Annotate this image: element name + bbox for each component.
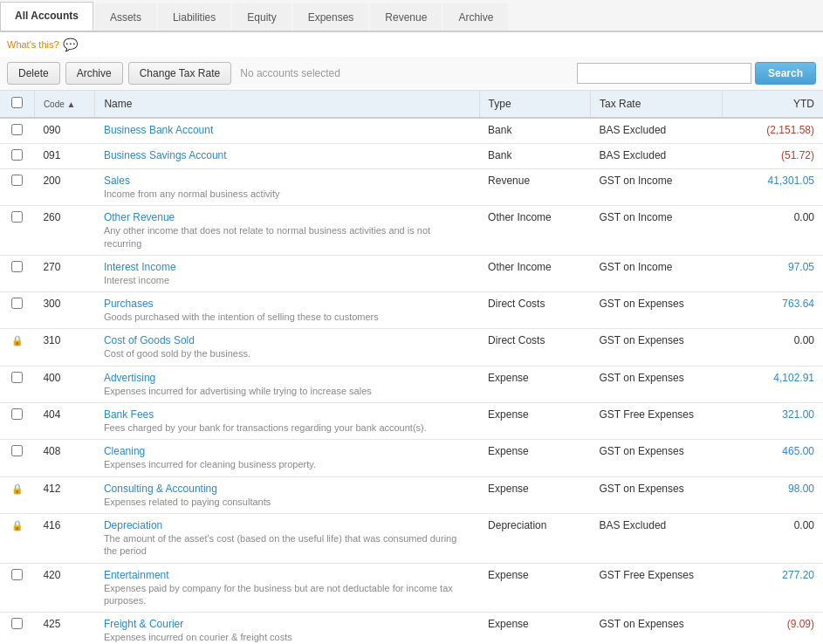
search-button[interactable]: Search bbox=[755, 62, 816, 85]
account-desc: Expenses incurred for advertising while … bbox=[104, 385, 470, 397]
row-type: Revenue bbox=[479, 169, 590, 206]
row-check-cell bbox=[0, 403, 34, 440]
header-ytd: YTD bbox=[722, 91, 823, 118]
header-code[interactable]: Code ▲ bbox=[34, 91, 95, 118]
account-name-link[interactable]: Depreciation bbox=[104, 519, 162, 531]
row-check-cell bbox=[0, 255, 34, 291]
row-ytd: (2,151.58) bbox=[722, 118, 823, 144]
lock-icon: 🔒 bbox=[11, 483, 24, 494]
row-checkbox[interactable] bbox=[11, 445, 23, 456]
row-ytd: 277.20 bbox=[722, 563, 823, 613]
delete-button[interactable]: Delete bbox=[7, 62, 60, 85]
account-desc: Interest income bbox=[104, 274, 470, 286]
account-desc: Expenses incurred for cleaning business … bbox=[104, 458, 470, 470]
row-name-cell: Other RevenueAny other income that does … bbox=[95, 206, 479, 256]
row-checkbox[interactable] bbox=[11, 298, 23, 309]
row-type: Other Income bbox=[479, 255, 590, 291]
row-ytd: 4,102.91 bbox=[722, 366, 823, 402]
tab-all-accounts[interactable]: All Accounts bbox=[0, 2, 93, 31]
account-name-link[interactable]: Business Savings Account bbox=[104, 149, 227, 161]
row-ytd: 465.00 bbox=[722, 440, 823, 476]
account-name-link[interactable]: Sales bbox=[104, 175, 130, 187]
tab-expenses[interactable]: Expenses bbox=[293, 3, 369, 31]
row-name-cell: CleaningExpenses incurred for cleaning b… bbox=[95, 440, 479, 476]
account-name-link[interactable]: Cleaning bbox=[104, 445, 145, 457]
row-tax-rate: BAS Excluded bbox=[591, 144, 723, 169]
row-code: 200 bbox=[34, 169, 95, 206]
archive-button[interactable]: Archive bbox=[65, 62, 123, 85]
row-checkbox[interactable] bbox=[11, 211, 23, 223]
row-checkbox[interactable] bbox=[11, 618, 23, 629]
row-tax-rate: GST on Income bbox=[591, 206, 723, 256]
row-checkbox[interactable] bbox=[11, 408, 23, 420]
account-name-link[interactable]: Consulting & Accounting bbox=[104, 483, 217, 495]
table-row: 300PurchasesGoods purchased with the int… bbox=[0, 292, 823, 329]
row-code: 425 bbox=[34, 613, 95, 644]
account-desc: Expenses incurred on courier & freight c… bbox=[104, 631, 470, 643]
account-desc: Any other income that does not relate to… bbox=[104, 224, 470, 250]
account-name-link[interactable]: Advertising bbox=[104, 372, 155, 384]
row-tax-rate: BAS Excluded bbox=[591, 513, 723, 563]
tab-revenue[interactable]: Revenue bbox=[370, 3, 442, 31]
row-ytd: 321.00 bbox=[722, 403, 823, 440]
account-desc: Fees charged by your bank for transactio… bbox=[104, 421, 470, 434]
row-code: 400 bbox=[34, 366, 95, 402]
select-all-checkbox[interactable] bbox=[11, 97, 23, 108]
row-type: Expense bbox=[479, 366, 590, 402]
account-name-link[interactable]: Interest Income bbox=[104, 261, 176, 273]
row-checkbox[interactable] bbox=[11, 124, 23, 135]
table-row: 091Business Savings AccountBankBAS Exclu… bbox=[0, 144, 823, 169]
account-name-link[interactable]: Entertainment bbox=[104, 569, 169, 581]
row-code: 420 bbox=[34, 563, 95, 613]
header-tax-rate: Tax Rate bbox=[591, 91, 723, 118]
row-check-cell bbox=[0, 366, 34, 402]
row-name-cell: Consulting & AccountingExpenses related … bbox=[95, 476, 479, 513]
row-ytd: 0.00 bbox=[722, 206, 823, 256]
account-name-link[interactable]: Purchases bbox=[104, 298, 154, 310]
row-tax-rate: BAS Excluded bbox=[591, 118, 723, 144]
row-checkbox[interactable] bbox=[11, 175, 23, 186]
row-checkbox[interactable] bbox=[11, 149, 23, 161]
row-name-cell: AdvertisingExpenses incurred for adverti… bbox=[95, 366, 479, 402]
row-check-cell bbox=[0, 440, 34, 476]
table-row: 270Interest IncomeInterest incomeOther I… bbox=[0, 255, 823, 291]
row-code: 090 bbox=[34, 118, 95, 144]
row-tax-rate: GST Free Expenses bbox=[591, 563, 723, 613]
row-check-cell: 🔒 bbox=[0, 476, 34, 513]
row-checkbox[interactable] bbox=[11, 569, 23, 580]
chat-icon: 💬 bbox=[63, 38, 78, 51]
row-name-cell: Business Savings Account bbox=[95, 144, 479, 169]
row-checkbox[interactable] bbox=[11, 372, 23, 383]
tab-liabilities[interactable]: Liabilities bbox=[158, 3, 230, 31]
row-tax-rate: GST Free Expenses bbox=[591, 403, 723, 440]
account-name-link[interactable]: Other Revenue bbox=[104, 211, 175, 223]
row-code: 091 bbox=[34, 144, 95, 169]
change-tax-rate-button[interactable]: Change Tax Rate bbox=[128, 62, 232, 85]
header-check bbox=[0, 91, 34, 118]
table-row: 404Bank FeesFees charged by your bank fo… bbox=[0, 403, 823, 440]
search-input[interactable] bbox=[577, 63, 751, 84]
table-row: 🔒412Consulting & AccountingExpenses rela… bbox=[0, 476, 823, 513]
tab-archive[interactable]: Archive bbox=[443, 3, 508, 31]
row-ytd: 763.64 bbox=[722, 292, 823, 329]
row-name-cell: Interest IncomeInterest income bbox=[95, 255, 479, 291]
account-name-link[interactable]: Bank Fees bbox=[104, 408, 154, 421]
row-code: 404 bbox=[34, 403, 95, 440]
account-name-link[interactable]: Freight & Courier bbox=[104, 618, 183, 630]
account-name-link[interactable]: Business Bank Account bbox=[104, 124, 213, 136]
row-type: Expense bbox=[479, 613, 590, 644]
row-name-cell: SalesIncome from any normal business act… bbox=[95, 169, 479, 206]
row-name-cell: Business Bank Account bbox=[95, 118, 479, 144]
account-name-link[interactable]: Cost of Goods Sold bbox=[104, 334, 195, 346]
row-check-cell bbox=[0, 292, 34, 329]
account-desc: Goods purchased with the intention of se… bbox=[104, 311, 470, 323]
tab-assets[interactable]: Assets bbox=[95, 3, 156, 31]
row-checkbox[interactable] bbox=[11, 261, 23, 272]
table-row: 🔒416DepreciationThe amount of the asset'… bbox=[0, 513, 823, 563]
account-desc: Cost of good sold by the business. bbox=[104, 347, 470, 360]
row-ytd: (9.09) bbox=[722, 613, 823, 644]
row-code: 270 bbox=[34, 255, 95, 291]
whats-this-link[interactable]: What's this? 💬 bbox=[0, 32, 823, 57]
tab-bar: All AccountsAssetsLiabilitiesEquityExpen… bbox=[0, 0, 823, 32]
tab-equity[interactable]: Equity bbox=[232, 3, 291, 31]
